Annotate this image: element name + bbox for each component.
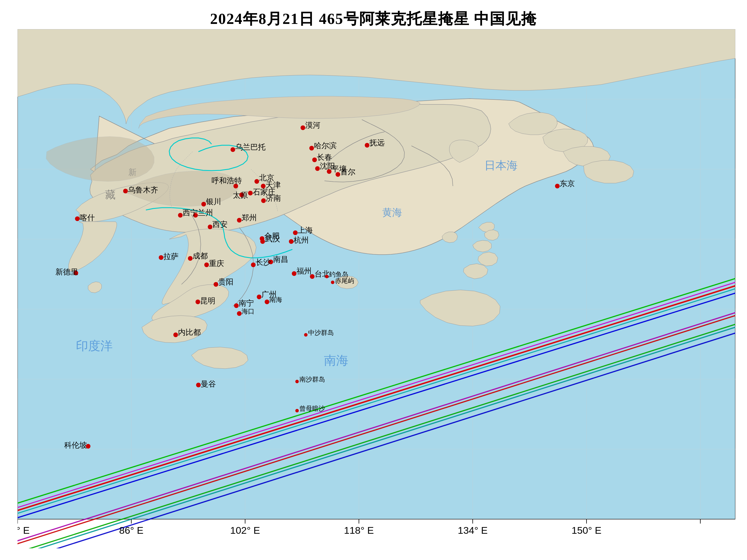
svg-point-102 bbox=[336, 172, 340, 177]
svg-text:银川: 银川 bbox=[206, 197, 221, 206]
svg-point-58 bbox=[208, 224, 212, 229]
svg-text:东京: 东京 bbox=[560, 179, 575, 188]
svg-point-110 bbox=[304, 333, 308, 337]
svg-text:成都: 成都 bbox=[192, 252, 208, 260]
svg-text:118° E: 118° E bbox=[344, 525, 374, 536]
svg-text:杭州: 杭州 bbox=[293, 236, 309, 244]
map-svg: 藏 新 乌鲁木齐 喀什 拉萨 bbox=[18, 29, 735, 548]
svg-text:黄海: 黄海 bbox=[382, 207, 402, 218]
svg-point-70 bbox=[257, 295, 261, 299]
svg-text:太原: 太原 bbox=[233, 191, 248, 199]
svg-point-66 bbox=[251, 263, 256, 267]
svg-text:乌鲁木齐: 乌鲁木齐 bbox=[128, 186, 158, 194]
svg-text:济南: 济南 bbox=[266, 194, 281, 203]
svg-point-68 bbox=[292, 271, 297, 276]
svg-text:首尔: 首尔 bbox=[340, 168, 355, 176]
svg-point-98 bbox=[315, 166, 320, 171]
svg-text:兰州: 兰州 bbox=[198, 209, 213, 217]
svg-text:70° E: 70° E bbox=[18, 525, 30, 536]
svg-text:喀什: 喀什 bbox=[80, 213, 95, 222]
svg-text:重庆: 重庆 bbox=[209, 259, 224, 268]
svg-point-90 bbox=[293, 231, 298, 235]
svg-point-46 bbox=[213, 282, 218, 287]
svg-text:海口: 海口 bbox=[241, 308, 254, 315]
svg-text:南海: 南海 bbox=[324, 354, 349, 367]
svg-text:武汉: 武汉 bbox=[265, 235, 280, 243]
svg-point-114 bbox=[295, 409, 299, 412]
svg-point-40 bbox=[196, 383, 201, 387]
svg-text:印度洋: 印度洋 bbox=[76, 339, 113, 353]
svg-text:134° E: 134° E bbox=[458, 525, 488, 536]
svg-text:南宁: 南宁 bbox=[239, 299, 254, 308]
svg-text:赤尾屿: 赤尾屿 bbox=[335, 277, 354, 284]
svg-point-96 bbox=[312, 158, 317, 162]
svg-text:郑州: 郑州 bbox=[241, 213, 257, 222]
svg-point-82 bbox=[248, 191, 253, 195]
svg-text:150° E: 150° E bbox=[572, 525, 601, 536]
svg-point-116 bbox=[301, 126, 305, 130]
svg-point-92 bbox=[289, 239, 293, 244]
svg-text:日本海: 日本海 bbox=[484, 159, 518, 171]
svg-text:南昌: 南昌 bbox=[273, 255, 288, 264]
svg-point-72 bbox=[234, 303, 239, 308]
map-title: 2024年8月21日 465号阿莱克托星掩星 中国见掩 bbox=[0, 9, 747, 29]
svg-text:福州: 福州 bbox=[297, 267, 312, 275]
svg-text:抚远: 抚远 bbox=[369, 138, 385, 147]
map-container: 2024年8月21日 465号阿莱克托星掩星 中国见掩 bbox=[0, 0, 747, 560]
svg-point-32 bbox=[75, 216, 80, 221]
svg-point-34 bbox=[159, 255, 163, 260]
svg-point-52 bbox=[201, 202, 206, 207]
svg-text:86° E: 86° E bbox=[119, 525, 144, 536]
svg-point-120 bbox=[231, 147, 235, 152]
svg-text:中沙群岛: 中沙群岛 bbox=[308, 329, 334, 336]
svg-point-112 bbox=[295, 380, 299, 383]
svg-text:曼谷: 曼谷 bbox=[201, 380, 216, 388]
svg-text:长沙: 长沙 bbox=[256, 258, 271, 267]
svg-point-108 bbox=[331, 281, 334, 284]
svg-point-38 bbox=[173, 332, 178, 337]
svg-text:哈尔滨: 哈尔滨 bbox=[314, 141, 337, 150]
svg-text:西安: 西安 bbox=[212, 220, 228, 229]
svg-text:南海: 南海 bbox=[269, 296, 282, 303]
svg-text:新德里: 新德里 bbox=[55, 268, 78, 276]
svg-text:西宁: 西宁 bbox=[183, 209, 198, 217]
svg-point-48 bbox=[188, 256, 192, 261]
svg-point-44 bbox=[196, 299, 200, 304]
svg-text:呼和浩特: 呼和浩特 bbox=[211, 177, 242, 185]
svg-point-60 bbox=[237, 218, 241, 222]
svg-text:内比都: 内比都 bbox=[178, 328, 201, 337]
svg-point-56 bbox=[178, 213, 183, 218]
svg-text:贵阳: 贵阳 bbox=[218, 278, 233, 286]
svg-text:南沙群岛: 南沙群岛 bbox=[300, 376, 325, 383]
svg-point-86 bbox=[261, 198, 266, 203]
svg-text:漠河: 漠河 bbox=[305, 121, 320, 130]
svg-text:拉萨: 拉萨 bbox=[163, 252, 179, 261]
svg-text:上海: 上海 bbox=[298, 226, 313, 235]
svg-point-104 bbox=[555, 184, 560, 188]
svg-text:新: 新 bbox=[128, 168, 136, 177]
svg-point-30 bbox=[123, 189, 128, 193]
svg-point-78 bbox=[254, 179, 259, 184]
svg-point-118 bbox=[365, 143, 369, 148]
svg-text:藏: 藏 bbox=[105, 189, 115, 201]
svg-text:昆明: 昆明 bbox=[200, 297, 215, 305]
svg-point-94 bbox=[309, 146, 314, 151]
svg-point-74 bbox=[310, 274, 314, 279]
svg-text:科伦坡: 科伦坡 bbox=[64, 441, 87, 450]
svg-point-124 bbox=[265, 299, 269, 304]
svg-point-88 bbox=[260, 239, 265, 244]
svg-text:乌兰巴托: 乌兰巴托 bbox=[235, 143, 265, 151]
svg-text:曾母暗沙: 曾母暗沙 bbox=[300, 405, 325, 412]
svg-point-50 bbox=[204, 263, 209, 267]
svg-point-106 bbox=[325, 275, 329, 278]
svg-point-122 bbox=[237, 311, 241, 316]
svg-text:102° E: 102° E bbox=[230, 525, 260, 536]
svg-point-100 bbox=[327, 169, 332, 174]
